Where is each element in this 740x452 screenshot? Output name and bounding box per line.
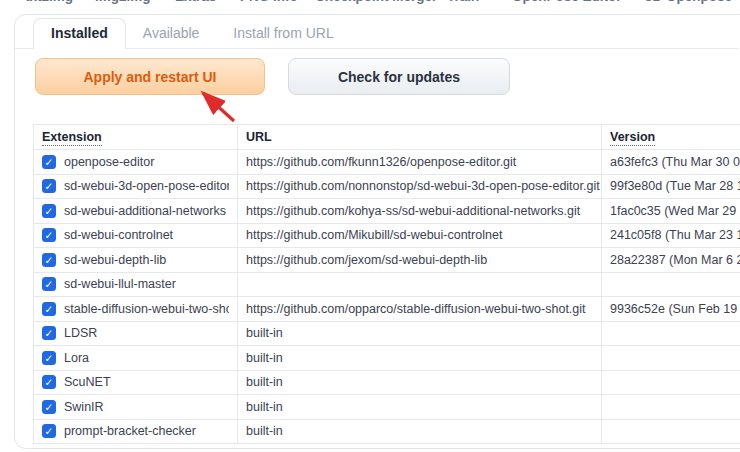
extension-version <box>602 321 740 346</box>
extension-version <box>602 395 740 420</box>
extension-url: https://github.com/kohya-ss/sd-webui-add… <box>238 199 602 224</box>
extension-version <box>602 370 740 395</box>
extension-checkbox[interactable]: ✓ <box>42 424 56 438</box>
check-for-updates-button[interactable]: Check for updates <box>288 58 510 95</box>
extension-checkbox[interactable]: ✓ <box>42 400 56 414</box>
extension-row: ✓ stable-diffusion-webui-two-shot https:… <box>34 297 740 322</box>
main-nav-tab[interactable]: PNG Info <box>240 0 298 4</box>
extension-url: built-in <box>238 321 602 346</box>
extension-name: ScuNET <box>64 375 111 389</box>
main-nav-tab[interactable]: Checkpoint Merger <box>315 0 437 4</box>
extension-url: https://github.com/Mikubill/sd-webui-con… <box>238 223 602 248</box>
extension-version: a63fefc3 (Thu Mar 30 08:1 <box>602 150 740 175</box>
extension-url: https://github.com/opparco/stable-diffus… <box>238 297 602 322</box>
main-nav-tab[interactable]: Train <box>447 0 479 4</box>
extension-url: https://github.com/fkunn1326/openpose-ed… <box>238 150 602 175</box>
extension-name: prompt-bracket-checker <box>64 424 196 438</box>
extension-version: 99f3e80d (Tue Mar 28 11:5 <box>602 174 740 199</box>
extension-version <box>602 419 740 444</box>
extension-checkbox[interactable]: ✓ <box>42 277 56 291</box>
extension-checkbox[interactable]: ✓ <box>42 204 56 218</box>
extension-checkbox[interactable]: ✓ <box>42 253 56 267</box>
main-nav-tab[interactable]: 3D Openpose <box>645 0 732 4</box>
extension-row: ✓ sd-webui-3d-open-pose-editor https://g… <box>34 174 740 199</box>
extension-url: built-in <box>238 419 602 444</box>
extension-row: ✓ sd-webui-depth-lib https://github.com/… <box>34 248 740 273</box>
main-nav-tab[interactable]: img2img <box>95 0 151 4</box>
extension-row: ✓ ScuNET built-in <box>34 370 740 395</box>
extension-checkbox[interactable]: ✓ <box>42 228 56 242</box>
extension-url: built-in <box>238 395 602 420</box>
table-header-row: Extension URL Version <box>34 125 740 150</box>
extension-name: sd-webui-additional-networks <box>64 204 226 218</box>
extension-row: ✓ sd-webui-llul-master <box>34 272 740 297</box>
extension-version: 28a22387 (Mon Mar 6 21:0 <box>602 248 740 273</box>
extension-row: ✓ Lora built-in <box>34 346 740 371</box>
extension-row: ✓ LDSR built-in <box>34 321 740 346</box>
extension-version <box>602 346 740 371</box>
extensions-tabbar: Installed Available Install from URL <box>15 20 739 49</box>
extension-name: sd-webui-3d-open-pose-editor <box>64 179 229 193</box>
extension-checkbox[interactable]: ✓ <box>42 375 56 389</box>
extension-url: https://github.com/jexom/sd-webui-depth-… <box>238 248 602 273</box>
extension-url: built-in <box>238 346 602 371</box>
extension-checkbox[interactable]: ✓ <box>42 302 56 316</box>
extension-version: 241c05f8 (Thu Mar 23 15:1 <box>602 223 740 248</box>
extension-checkbox[interactable]: ✓ <box>42 179 56 193</box>
extension-name: Lora <box>64 351 89 365</box>
main-nav-tab[interactable]: OpenPose Editor <box>512 0 622 4</box>
tab-install-from-url[interactable]: Install from URL <box>216 19 350 48</box>
extension-name: sd-webui-depth-lib <box>64 253 166 267</box>
extension-version: 9936c52e (Sun Feb 19 08: <box>602 297 740 322</box>
main-nav: txt2img img2img Extras PNG Info Checkpoi… <box>0 0 740 12</box>
main-nav-tab[interactable]: txt2img <box>25 0 73 4</box>
extension-row: ✓ sd-webui-additional-networks https://g… <box>34 199 740 224</box>
extension-url: built-in <box>238 370 602 395</box>
extension-checkbox[interactable]: ✓ <box>42 351 56 365</box>
extension-checkbox[interactable]: ✓ <box>42 155 56 169</box>
extension-version <box>602 272 740 297</box>
extension-row: ✓ sd-webui-controlnet https://github.com… <box>34 223 740 248</box>
extension-row: ✓ prompt-bracket-checker built-in <box>34 419 740 444</box>
extension-url: https://github.com/nonnonstop/sd-webui-3… <box>238 174 602 199</box>
tab-available[interactable]: Available <box>126 19 217 48</box>
extension-version: 1fac0c35 (Wed Mar 29 23: <box>602 199 740 224</box>
annotation-arrow-icon <box>190 86 246 132</box>
extension-name: LDSR <box>64 326 97 340</box>
extension-row: ✓ SwinIR built-in <box>34 395 740 420</box>
tab-installed[interactable]: Installed <box>33 18 126 49</box>
column-header-version: Version <box>602 125 740 150</box>
extension-name: sd-webui-controlnet <box>64 228 173 242</box>
extensions-table: Extension URL Version ✓ openpose-editor … <box>33 124 740 444</box>
extension-url <box>238 272 602 297</box>
column-header-url: URL <box>238 125 602 150</box>
main-nav-tab[interactable]: Extras <box>175 0 216 4</box>
extension-name: stable-diffusion-webui-two-shot <box>64 302 229 316</box>
extension-row: ✓ openpose-editor https://github.com/fku… <box>34 150 740 175</box>
extension-checkbox[interactable]: ✓ <box>42 326 56 340</box>
extension-name: sd-webui-llul-master <box>64 277 176 291</box>
extension-name: openpose-editor <box>64 155 154 169</box>
extension-name: SwinIR <box>64 400 104 414</box>
